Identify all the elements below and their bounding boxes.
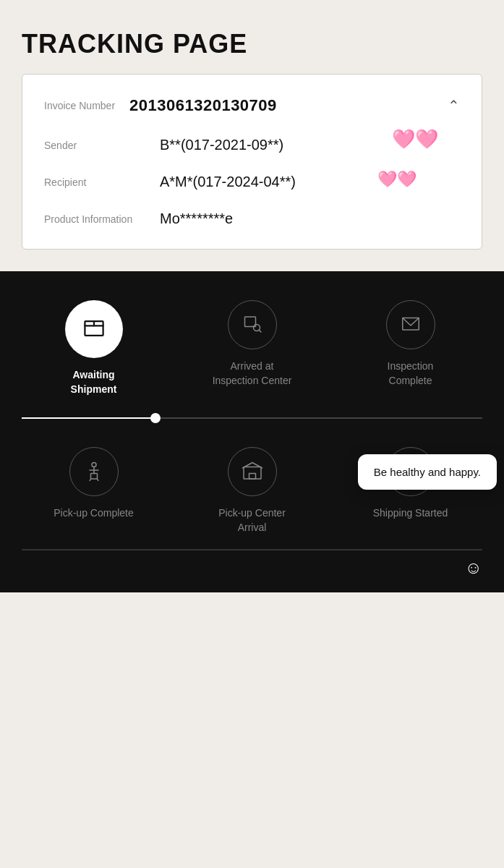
svg-point-7 — [92, 463, 96, 467]
tracking-section: Awaiting Shipment Arrived at Inspection … — [0, 271, 504, 592]
step-inspection-complete: Inspection Complete — [331, 300, 490, 388]
svg-rect-14 — [249, 474, 255, 480]
step-icon-bg-inspection — [386, 300, 435, 349]
svg-line-12 — [97, 479, 98, 481]
step-label-shipping: Shipping Started — [373, 506, 448, 521]
step-awaiting-shipment: Awaiting Shipment — [14, 300, 173, 396]
envelope-icon — [400, 312, 422, 337]
invoice-header-left: Invoice Number 2013061320130709 — [44, 96, 277, 115]
step-icon-bg-pickup-center — [228, 447, 277, 496]
recipient-row: Recipient A*M*(017-2024-04**) 🩷🩷 — [44, 174, 460, 190]
recipient-label: Recipient — [44, 174, 160, 188]
product-value: Mo********e — [160, 210, 460, 227]
step-label-pickup-center: Pick-up Center Arrival — [218, 506, 286, 535]
chevron-up-icon[interactable]: ⌃ — [448, 97, 460, 114]
search-package-icon — [242, 312, 263, 337]
step-label-arrived: Arrived at Inspection Center — [213, 359, 292, 388]
step-arrived-inspection: Arrived at Inspection Center — [173, 300, 331, 388]
step-label-awaiting: Awaiting Shipment — [71, 368, 117, 396]
step-icon-bg-pickup-complete — [69, 447, 119, 496]
smiley-icon: ☺ — [464, 558, 482, 578]
invoice-header: Invoice Number 2013061320130709 ⌃ — [44, 96, 460, 115]
invoice-number-label: Invoice Number — [44, 100, 115, 111]
progress-track — [22, 417, 482, 419]
step-label-inspection: Inspection Complete — [388, 359, 434, 388]
step-icon-bg-awaiting — [65, 300, 123, 358]
sender-row: Sender B**(017-2021-09**) 🩷🩷 — [44, 137, 460, 153]
package-icon — [81, 315, 107, 344]
progress-fill — [22, 417, 160, 419]
progress-dot — [150, 413, 161, 423]
tracking-footer: ☺ — [0, 550, 504, 592]
invoice-card: Invoice Number 2013061320130709 ⌃ Sender… — [22, 74, 482, 250]
page-title: TRACKING PAGE — [0, 0, 504, 74]
tracking-steps-bottom: Pick-up Complete Pick-up Center Arrival — [0, 425, 504, 549]
step-label-pickup-complete: Pick-up Complete — [54, 506, 134, 521]
sender-label: Sender — [44, 137, 160, 151]
product-label: Product Information — [44, 210, 160, 225]
hearts-decoration-2: 🩷🩷 — [377, 170, 417, 189]
tooltip: Be healthy and happy. — [358, 454, 497, 490]
person-pickup-icon — [83, 459, 105, 484]
step-pickup-center: Pick-up Center Arrival — [173, 447, 331, 535]
tracking-steps-top: Awaiting Shipment Arrived at Inspection … — [0, 300, 504, 396]
svg-line-5 — [259, 330, 261, 332]
hearts-decoration-1: 🩷🩷 — [392, 129, 438, 148]
step-pickup-complete: Pick-up Complete — [14, 447, 173, 521]
progress-bar-container — [22, 411, 482, 425]
svg-rect-10 — [90, 474, 97, 480]
warehouse-icon — [242, 459, 263, 484]
step-icon-bg-arrived — [228, 300, 277, 349]
svg-line-11 — [90, 479, 91, 481]
product-row: Product Information Mo********e — [44, 210, 460, 227]
invoice-number-value: 2013061320130709 — [129, 96, 277, 115]
